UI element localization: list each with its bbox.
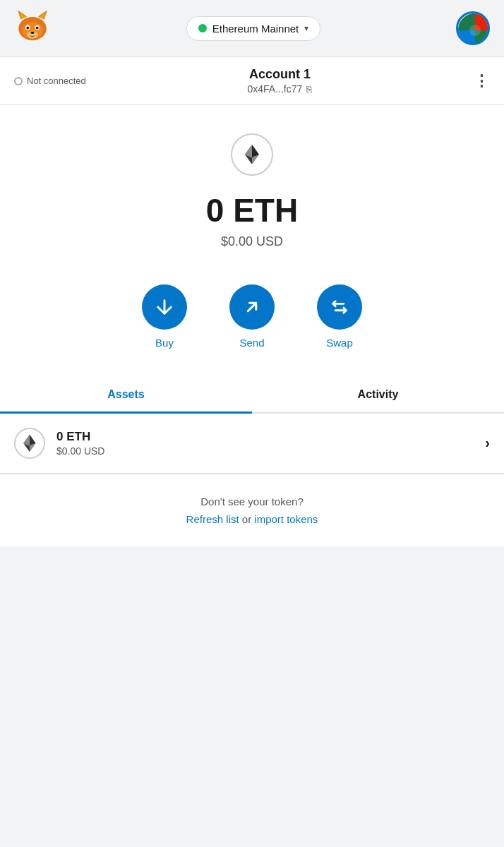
svg-point-11 xyxy=(36,26,39,29)
copy-address-icon[interactable]: ⎘ xyxy=(306,84,312,95)
chevron-down-icon: ▾ xyxy=(304,23,308,33)
refresh-list-link[interactable]: Refresh list xyxy=(186,513,239,525)
main-content: 0 ETH $0.00 USD Buy Send xyxy=(0,105,504,546)
tab-activity[interactable]: Activity xyxy=(252,377,504,412)
eth-balance: 0 ETH xyxy=(206,193,298,229)
account-address: 0x4FA...fc77 ⎘ xyxy=(248,83,313,95)
asset-eth-balance: 0 ETH xyxy=(56,430,485,444)
account-bar: Not connected Account 1 0x4FA...fc77 ⎘ ⋮ xyxy=(0,56,504,105)
swap-label: Swap xyxy=(326,337,353,349)
action-buttons: Buy Send Swap xyxy=(0,270,504,370)
not-connected-dot xyxy=(14,77,23,85)
swap-action[interactable]: Swap xyxy=(317,284,362,349)
footer-links: Refresh list or import tokens xyxy=(14,513,490,525)
asset-list: 0 ETH $0.00 USD › xyxy=(0,414,504,474)
send-label: Send xyxy=(239,337,264,349)
account-name: Account 1 xyxy=(248,67,313,82)
tabs: Assets Activity xyxy=(0,377,504,414)
eth-asset-item[interactable]: 0 ETH $0.00 USD › xyxy=(0,414,504,474)
account-avatar[interactable] xyxy=(456,11,490,45)
tab-assets-label: Assets xyxy=(107,388,144,400)
eth-asset-icon xyxy=(14,428,45,459)
import-tokens-link[interactable]: import tokens xyxy=(254,513,318,525)
tab-activity-label: Activity xyxy=(358,388,399,400)
footer-section: Don't see your token? Refresh list or im… xyxy=(0,474,504,546)
eth-logo-circle xyxy=(231,133,273,176)
header: Ethereum Mainnet ▾ xyxy=(0,0,504,56)
eth-usd-value: $0.00 USD xyxy=(221,234,283,249)
metamask-logo[interactable] xyxy=(14,8,51,48)
swap-button[interactable] xyxy=(317,284,362,330)
svg-point-13 xyxy=(469,25,481,36)
asset-usd-value: $0.00 USD xyxy=(56,445,485,457)
svg-point-10 xyxy=(26,26,29,29)
or-text: or xyxy=(239,513,255,525)
tab-assets[interactable]: Assets xyxy=(0,377,252,412)
connection-status: Not connected xyxy=(14,76,86,86)
asset-details: 0 ETH $0.00 USD xyxy=(56,430,485,457)
buy-action[interactable]: Buy xyxy=(142,284,187,349)
account-info: Account 1 0x4FA...fc77 ⎘ xyxy=(248,67,313,95)
send-action[interactable]: Send xyxy=(229,284,275,349)
buy-label: Buy xyxy=(155,337,174,349)
network-status-dot xyxy=(198,24,207,32)
svg-point-7 xyxy=(30,32,34,34)
send-button[interactable] xyxy=(229,284,275,330)
eth-section: 0 ETH $0.00 USD xyxy=(0,105,504,270)
address-text: 0x4FA...fc77 xyxy=(248,83,303,95)
connection-status-label: Not connected xyxy=(27,76,86,86)
more-menu-button[interactable]: ⋮ xyxy=(474,73,490,89)
network-selector[interactable]: Ethereum Mainnet ▾ xyxy=(186,16,321,41)
footer-prompt: Don't see your token? xyxy=(14,495,490,507)
buy-button[interactable] xyxy=(142,284,187,330)
network-name: Ethereum Mainnet xyxy=(212,23,299,35)
asset-chevron-icon: › xyxy=(485,435,490,451)
